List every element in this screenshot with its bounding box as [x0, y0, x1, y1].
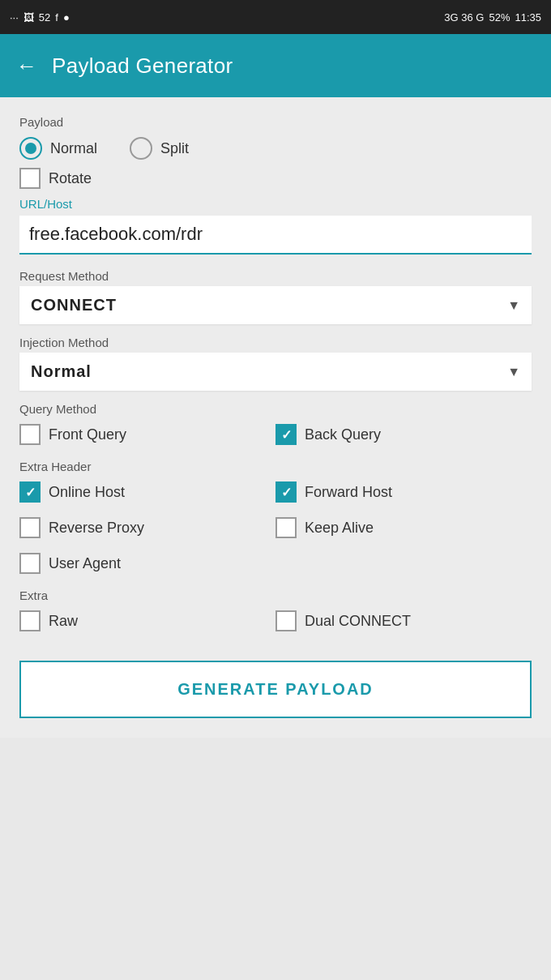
injection-method-value: Normal — [31, 362, 92, 381]
back-query-checkbox-box[interactable] — [276, 424, 297, 445]
extra-header-label: Extra Header — [19, 460, 532, 473]
rotate-checkbox-box[interactable] — [19, 168, 41, 189]
menu-icon: ··· — [10, 11, 19, 24]
online-host-label: Online Host — [49, 484, 125, 501]
request-method-arrow-icon: ▼ — [507, 298, 520, 313]
page-title: Payload Generator — [52, 53, 233, 79]
reverse-keepalive-row: Reverse Proxy Keep Alive — [19, 517, 532, 541]
url-host-link[interactable]: URL/Host — [19, 197, 532, 211]
user-agent-checkbox[interactable]: User Agent — [19, 553, 121, 574]
online-host-checkbox-box[interactable] — [19, 481, 41, 503]
forward-host-checkbox[interactable]: Forward Host — [276, 481, 392, 503]
split-radio-indicator[interactable] — [130, 137, 152, 160]
url-input-wrapper — [19, 216, 532, 255]
forward-host-col: Forward Host — [276, 481, 532, 506]
query-method-row: Front Query Back Query — [19, 424, 532, 448]
keep-alive-checkbox-box[interactable] — [276, 517, 297, 538]
raw-col: Raw — [19, 610, 276, 635]
image-icon: 🖼 — [23, 11, 34, 24]
forward-host-checkbox-box[interactable] — [276, 481, 297, 503]
battery-text: 52% — [489, 11, 510, 24]
user-agent-checkbox-box[interactable] — [19, 553, 41, 574]
rotate-checkbox[interactable]: Rotate — [19, 168, 532, 189]
dual-connect-checkbox-box[interactable] — [276, 610, 297, 631]
keep-alive-checkbox[interactable]: Keep Alive — [276, 517, 374, 538]
front-query-col: Front Query — [19, 424, 276, 448]
injection-method-dropdown[interactable]: Normal ▼ — [19, 353, 532, 391]
time-text: 11:35 — [515, 11, 541, 24]
request-method-dropdown[interactable]: CONNECT ▼ — [19, 286, 532, 324]
front-query-label: Front Query — [49, 426, 126, 443]
reverse-proxy-checkbox[interactable]: Reverse Proxy — [19, 517, 144, 538]
raw-checkbox-box[interactable] — [19, 610, 41, 631]
whatsapp-icon: ● — [63, 11, 70, 24]
split-radio-label: Split — [160, 140, 189, 157]
extra-header-section: Extra Header Online Host Forward Host Re — [19, 460, 532, 577]
query-method-label: Query Method — [19, 402, 532, 416]
generate-payload-button[interactable]: GENERATE PAYLOAD — [19, 661, 532, 718]
forward-host-label: Forward Host — [305, 484, 392, 501]
raw-dual-row: Raw Dual CONNECT — [19, 610, 532, 635]
user-agent-col: User Agent — [19, 553, 276, 577]
raw-checkbox[interactable]: Raw — [19, 610, 78, 631]
status-left-icons: ··· 🖼 52 f ● — [10, 11, 70, 24]
back-query-label: Back Query — [305, 426, 381, 443]
main-content: Payload Normal Split Rotate URL/Host Req… — [0, 97, 551, 738]
payload-section-label: Payload — [19, 115, 532, 129]
payload-type-group: Normal Split — [19, 137, 532, 160]
dual-connect-checkbox[interactable]: Dual CONNECT — [276, 610, 411, 631]
signal-text: 3G 36 G — [444, 11, 484, 24]
reverse-proxy-checkbox-box[interactable] — [19, 517, 41, 538]
front-query-checkbox[interactable]: Front Query — [19, 424, 126, 445]
raw-label: Raw — [49, 613, 78, 630]
status-bar: ··· 🖼 52 f ● 3G 36 G 52% 11:35 — [0, 0, 551, 34]
user-agent-label: User Agent — [49, 555, 121, 572]
normal-radio-indicator[interactable] — [19, 137, 42, 160]
user-agent-row: User Agent — [19, 553, 532, 577]
front-query-checkbox-box[interactable] — [19, 424, 41, 445]
payload-split-radio[interactable]: Split — [130, 137, 189, 160]
reverse-proxy-col: Reverse Proxy — [19, 517, 276, 541]
extra-section: Extra Raw Dual CONNECT — [19, 588, 532, 635]
payload-normal-radio[interactable]: Normal — [19, 137, 97, 160]
back-query-col: Back Query — [276, 424, 532, 448]
dual-connect-col: Dual CONNECT — [276, 610, 532, 635]
back-button[interactable]: ← — [16, 53, 37, 79]
request-method-label: Request Method — [19, 269, 532, 283]
dual-connect-label: Dual CONNECT — [305, 613, 411, 630]
keep-alive-col: Keep Alive — [276, 517, 532, 541]
query-method-section: Query Method Front Query Back Query — [19, 402, 532, 448]
online-host-checkbox[interactable]: Online Host — [19, 481, 125, 503]
reverse-proxy-label: Reverse Proxy — [49, 520, 144, 537]
injection-method-arrow-icon: ▼ — [507, 365, 520, 379]
rotate-checkbox-label: Rotate — [49, 170, 92, 187]
injection-method-label: Injection Method — [19, 336, 532, 349]
top-bar: ← Payload Generator — [0, 34, 551, 97]
url-input[interactable] — [19, 216, 532, 253]
back-query-checkbox[interactable]: Back Query — [276, 424, 381, 445]
online-forward-row: Online Host Forward Host — [19, 481, 532, 506]
keep-alive-label: Keep Alive — [305, 520, 374, 537]
normal-radio-label: Normal — [50, 140, 97, 157]
badge-icon: 52 — [39, 11, 50, 24]
request-method-value: CONNECT — [31, 296, 117, 315]
extra-label: Extra — [19, 588, 532, 602]
status-right-icons: 3G 36 G 52% 11:35 — [444, 11, 541, 24]
online-host-col: Online Host — [19, 481, 276, 506]
facebook-icon: f — [55, 11, 58, 24]
